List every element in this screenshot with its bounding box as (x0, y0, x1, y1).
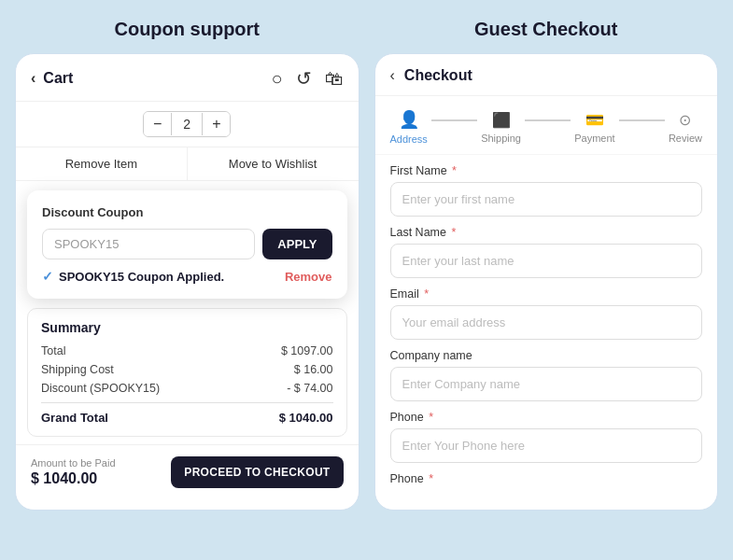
grand-total-value: $ 1040.00 (279, 411, 333, 425)
remove-item-button[interactable]: Remove Item (16, 147, 188, 180)
email-label: Email * (390, 287, 703, 301)
firstname-required: * (452, 164, 457, 177)
summary-row-total: Total $ 1097.00 (41, 344, 333, 357)
cart-title: Cart (43, 70, 73, 87)
step-address[interactable]: 👤 Address (390, 109, 428, 145)
checkout-bar: Amount to be Paid $ 1040.00 PROCEED TO C… (16, 444, 359, 499)
shipping-step-label: Shipping (481, 133, 521, 144)
bag-icon[interactable]: 🛍 (325, 68, 344, 90)
coupon-applied-text: ✓ SPOOKY15 Coupon Applied. (42, 269, 224, 284)
coupon-input[interactable] (42, 229, 255, 259)
company-label: Company name (390, 349, 703, 362)
firstname-input[interactable] (390, 182, 703, 217)
checkout-form: First Name * Last Name * Email * Company… (375, 155, 718, 504)
address-step-label: Address (390, 133, 428, 145)
phone2-label: Phone * (390, 472, 703, 485)
summary-discount-label: Discount (SPOOKY15) (41, 382, 160, 395)
address-step-icon: 👤 (399, 109, 419, 130)
phone2-required: * (429, 472, 433, 485)
action-row: Remove Item Move to Wishlist (16, 147, 359, 181)
qty-decrease-button[interactable]: − (144, 112, 171, 136)
right-section: Guest Checkout ‹ Checkout 👤 Address ⬛ Sh… (374, 19, 719, 545)
lastname-required: * (451, 226, 456, 239)
coupon-label: Discount Coupon (42, 205, 332, 219)
coupon-applied-row: ✓ SPOOKY15 Coupon Applied. Remove (42, 269, 332, 284)
review-step-label: Review (669, 133, 702, 144)
field-lastname: Last Name * (390, 226, 703, 278)
field-phone: Phone * (390, 411, 703, 463)
summary-total-value: $ 1097.00 (281, 344, 333, 357)
left-title: Coupon support (114, 19, 260, 40)
firstname-label: First Name * (390, 164, 703, 177)
phone-required: * (429, 411, 433, 424)
amount-info: Amount to be Paid $ 1040.00 (31, 457, 116, 487)
field-firstname: First Name * (390, 164, 703, 217)
company-input[interactable] (390, 367, 703, 401)
cart-header-left: ‹ Cart (31, 70, 73, 87)
email-input[interactable] (390, 305, 703, 340)
summary-shipping-value: $ 16.00 (294, 363, 333, 376)
steps-row: 👤 Address ⬛ Shipping 💳 Payment ⊙ Review (375, 96, 718, 155)
left-section: Coupon support ‹ Cart ○ ↺ 🛍 − 2 + (15, 19, 359, 545)
quantity-control: − 2 + (143, 111, 231, 137)
summary-row-discount: Discount (SPOOKY15) - $ 74.00 (41, 382, 333, 395)
check-icon: ✓ (42, 269, 53, 284)
payment-step-label: Payment (574, 133, 614, 144)
amount-value: $ 1040.00 (31, 470, 116, 487)
right-title: Guest Checkout (474, 19, 617, 40)
summary-row-shipping: Shipping Cost $ 16.00 (41, 363, 333, 376)
qty-value: 2 (171, 113, 203, 135)
phone-input[interactable] (390, 428, 703, 463)
step-review[interactable]: ⊙ Review (669, 111, 702, 144)
coupon-popup: Discount Coupon APPLY ✓ SPOOKY15 Coupon … (27, 190, 347, 299)
email-required: * (424, 287, 429, 301)
step-connector-2 (525, 119, 571, 121)
checkout-title: Checkout (404, 67, 472, 84)
coupon-input-row: APPLY (42, 229, 332, 259)
amount-label: Amount to be Paid (31, 457, 116, 469)
summary-title: Summary (41, 320, 333, 335)
coupon-applied-label: SPOOKY15 Coupon Applied. (59, 270, 224, 284)
refresh-icon[interactable]: ↺ (296, 67, 312, 90)
lastname-input[interactable] (390, 244, 703, 278)
summary-grand-total-row: Grand Total $ 1040.00 (41, 411, 333, 425)
cart-header: ‹ Cart ○ ↺ 🛍 (16, 54, 359, 102)
step-payment[interactable]: 💳 Payment (574, 111, 614, 144)
step-shipping[interactable]: ⬛ Shipping (481, 111, 521, 144)
summary-total-label: Total (41, 344, 65, 357)
header-icons: ○ ↺ 🛍 (271, 67, 343, 90)
field-phone2: Phone * (390, 472, 703, 485)
summary-shipping-label: Shipping Cost (41, 363, 114, 376)
step-connector-1 (431, 119, 477, 121)
cart-card: ‹ Cart ○ ↺ 🛍 − 2 + Remove Item (15, 53, 359, 511)
coupon-remove-link[interactable]: Remove (285, 270, 332, 284)
payment-step-icon: 💳 (585, 111, 604, 129)
grand-total-label: Grand Total (41, 411, 108, 425)
lastname-label: Last Name * (390, 226, 703, 239)
apply-button[interactable]: APPLY (262, 229, 331, 259)
proceed-checkout-button[interactable]: PROCEED TO CHECKOUT (171, 456, 343, 488)
checkout-header: ‹ Checkout (375, 54, 718, 96)
wishlist-button[interactable]: Move to Wishlist (188, 147, 359, 180)
quantity-row: − 2 + (16, 102, 359, 147)
shipping-step-icon: ⬛ (492, 111, 511, 129)
summary-divider (41, 402, 333, 403)
review-step-icon: ⊙ (679, 111, 691, 129)
checkout-back-icon[interactable]: ‹ (390, 67, 395, 84)
search-icon[interactable]: ○ (271, 68, 282, 90)
field-email: Email * (390, 287, 703, 340)
checkout-card: ‹ Checkout 👤 Address ⬛ Shipping 💳 Paymen… (374, 53, 719, 511)
back-arrow-icon[interactable]: ‹ (31, 70, 35, 87)
step-connector-3 (619, 119, 665, 121)
field-company: Company name (390, 349, 703, 401)
summary-discount-value: - $ 74.00 (287, 382, 332, 395)
phone-label: Phone * (390, 411, 703, 424)
qty-increase-button[interactable]: + (203, 112, 230, 136)
summary-section: Summary Total $ 1097.00 Shipping Cost $ … (27, 308, 347, 437)
